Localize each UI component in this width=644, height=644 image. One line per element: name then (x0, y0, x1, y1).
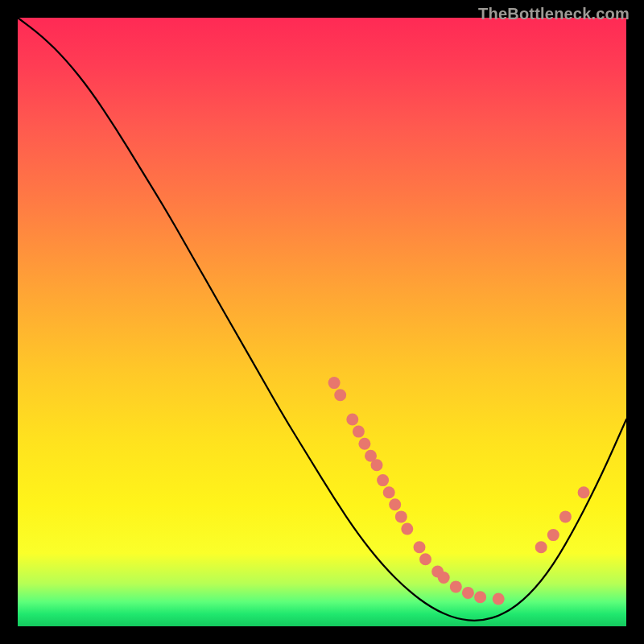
scatter-dot (559, 510, 572, 522)
scatter-dot (371, 459, 383, 471)
scatter-dot (389, 498, 401, 510)
scatter-dot (334, 389, 346, 401)
scatter-points (328, 377, 590, 605)
scatter-dot (358, 438, 370, 450)
scatter-dot (462, 587, 474, 599)
scatter-dot (377, 474, 389, 486)
scatter-dot (328, 377, 341, 389)
scatter-dot (395, 510, 407, 522)
scatter-dot (401, 523, 413, 535)
scatter-dot (346, 414, 358, 426)
scatter-dot (474, 591, 486, 603)
scatter-dot (493, 593, 505, 605)
scatter-dot (414, 541, 426, 553)
scatter-dot (383, 486, 395, 498)
chart-svg (18, 18, 626, 626)
scatter-dot (353, 426, 365, 438)
scatter-dot (438, 572, 450, 584)
watermark-text: TheBottleneck.com (478, 5, 630, 23)
scatter-dot (419, 553, 431, 565)
chart-frame (18, 18, 626, 626)
scatter-dot (450, 580, 462, 592)
bottleneck-curve (18, 18, 626, 621)
scatter-dot (578, 486, 590, 498)
scatter-dot (535, 541, 547, 553)
scatter-dot (547, 529, 559, 541)
